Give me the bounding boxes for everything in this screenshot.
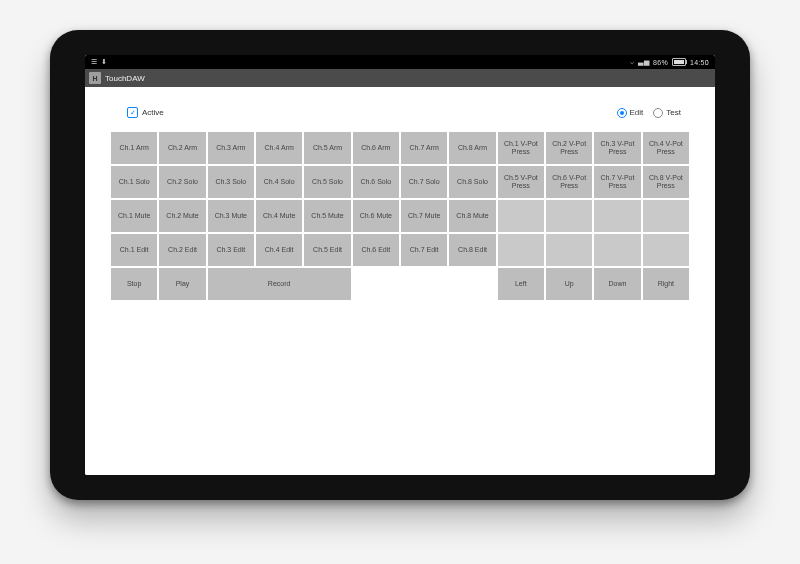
grid-button[interactable]: Ch.1 Arm: [111, 132, 157, 164]
grid-button[interactable]: Ch.2 Solo: [159, 166, 205, 198]
grid-button[interactable]: Ch.1 Solo: [111, 166, 157, 198]
grid-button[interactable]: [498, 234, 544, 266]
android-status-bar: ☰ ⬇ ⌵ ▃▅ 86% 14:50: [85, 55, 715, 69]
grid-button[interactable]: [643, 200, 689, 232]
mode-edit[interactable]: Edit: [617, 108, 644, 118]
grid-blank: [401, 268, 447, 300]
grid-button[interactable]: Ch.7 Arm: [401, 132, 447, 164]
grid-button[interactable]: [546, 234, 592, 266]
button-grid: Ch.1 ArmCh.2 ArmCh.3 ArmCh.4 ArmCh.5 Arm…: [111, 132, 689, 300]
grid-button[interactable]: Ch.5 Edit: [304, 234, 350, 266]
grid-button[interactable]: Ch.2 Arm: [159, 132, 205, 164]
grid-button[interactable]: Ch.6 Mute: [353, 200, 399, 232]
grid-button[interactable]: Ch.8 Arm: [449, 132, 495, 164]
app-bar: H TouchDAW: [85, 69, 715, 87]
grid-button[interactable]: Ch.5 Mute: [304, 200, 350, 232]
clock: 14:50: [690, 59, 709, 66]
mode-test-label: Test: [666, 108, 681, 117]
grid-button[interactable]: Ch.6 Arm: [353, 132, 399, 164]
grid-button[interactable]: Ch.6 V-Pot Press: [546, 166, 592, 198]
grid-button[interactable]: Ch.4 Mute: [256, 200, 302, 232]
main-content: ✓ Active Edit Test: [85, 87, 715, 475]
options-row: ✓ Active Edit Test: [111, 107, 689, 132]
grid-button[interactable]: Ch.1 Edit: [111, 234, 157, 266]
bluetooth-icon: ⌵: [630, 58, 634, 66]
grid-button[interactable]: Ch.3 Solo: [208, 166, 254, 198]
grid-button[interactable]: Ch.3 V-Pot Press: [594, 132, 640, 164]
grid-button[interactable]: Ch.6 Edit: [353, 234, 399, 266]
grid-button[interactable]: Ch.8 Mute: [449, 200, 495, 232]
grid-button[interactable]: Ch.3 Edit: [208, 234, 254, 266]
grid-button[interactable]: Ch.4 Edit: [256, 234, 302, 266]
grid-button[interactable]: Ch.7 Edit: [401, 234, 447, 266]
grid-blank: [353, 268, 399, 300]
grid-button[interactable]: Ch.6 Solo: [353, 166, 399, 198]
grid-button[interactable]: Record: [208, 268, 351, 300]
battery-icon: [672, 58, 686, 66]
download-icon: ⬇: [101, 58, 107, 66]
grid-button[interactable]: Right: [643, 268, 689, 300]
grid-button[interactable]: [498, 200, 544, 232]
grid-button[interactable]: Ch.5 Solo: [304, 166, 350, 198]
grid-button[interactable]: Ch.4 Solo: [256, 166, 302, 198]
grid-button[interactable]: Ch.4 V-Pot Press: [643, 132, 689, 164]
radio-icon-selected: [617, 108, 627, 118]
grid-button[interactable]: Ch.3 Mute: [208, 200, 254, 232]
grid-button[interactable]: Ch.8 V-Pot Press: [643, 166, 689, 198]
grid-button[interactable]: [643, 234, 689, 266]
app-title: TouchDAW: [105, 74, 145, 83]
grid-button[interactable]: Ch.8 Solo: [449, 166, 495, 198]
grid-button[interactable]: Ch.7 Mute: [401, 200, 447, 232]
app-logo: H: [89, 72, 101, 84]
grid-button[interactable]: Down: [594, 268, 640, 300]
drawer-icon: ☰: [91, 58, 97, 66]
grid-button[interactable]: Ch.5 Arm: [304, 132, 350, 164]
grid-button[interactable]: [594, 234, 640, 266]
grid-button[interactable]: Ch.3 Arm: [208, 132, 254, 164]
grid-button[interactable]: Stop: [111, 268, 157, 300]
active-label: Active: [142, 108, 164, 117]
grid-button[interactable]: [594, 200, 640, 232]
active-checkbox[interactable]: ✓ Active: [127, 107, 164, 118]
battery-percent: 86%: [653, 59, 668, 66]
grid-button[interactable]: Play: [159, 268, 205, 300]
grid-button[interactable]: Ch.7 Solo: [401, 166, 447, 198]
mode-test[interactable]: Test: [653, 108, 681, 118]
screen: ☰ ⬇ ⌵ ▃▅ 86% 14:50 H TouchDAW ✓: [85, 55, 715, 475]
radio-icon: [653, 108, 663, 118]
mode-radios: Edit Test: [617, 108, 681, 118]
grid-button[interactable]: Left: [498, 268, 544, 300]
tablet-device: ☰ ⬇ ⌵ ▃▅ 86% 14:50 H TouchDAW ✓: [50, 30, 750, 500]
mode-edit-label: Edit: [630, 108, 644, 117]
checkbox-icon: ✓: [127, 107, 138, 118]
grid-button[interactable]: Ch.2 Edit: [159, 234, 205, 266]
grid-button[interactable]: Ch.1 Mute: [111, 200, 157, 232]
grid-button[interactable]: Ch.2 Mute: [159, 200, 205, 232]
wifi-icon: ▃▅: [638, 58, 649, 66]
grid-button[interactable]: Ch.8 Edit: [449, 234, 495, 266]
grid-button[interactable]: [546, 200, 592, 232]
grid-blank: [449, 268, 495, 300]
grid-button[interactable]: Up: [546, 268, 592, 300]
grid-button[interactable]: Ch.1 V-Pot Press: [498, 132, 544, 164]
grid-button[interactable]: Ch.7 V-Pot Press: [594, 166, 640, 198]
grid-button[interactable]: Ch.2 V-Pot Press: [546, 132, 592, 164]
grid-button[interactable]: Ch.5 V-Pot Press: [498, 166, 544, 198]
grid-button[interactable]: Ch.4 Arm: [256, 132, 302, 164]
